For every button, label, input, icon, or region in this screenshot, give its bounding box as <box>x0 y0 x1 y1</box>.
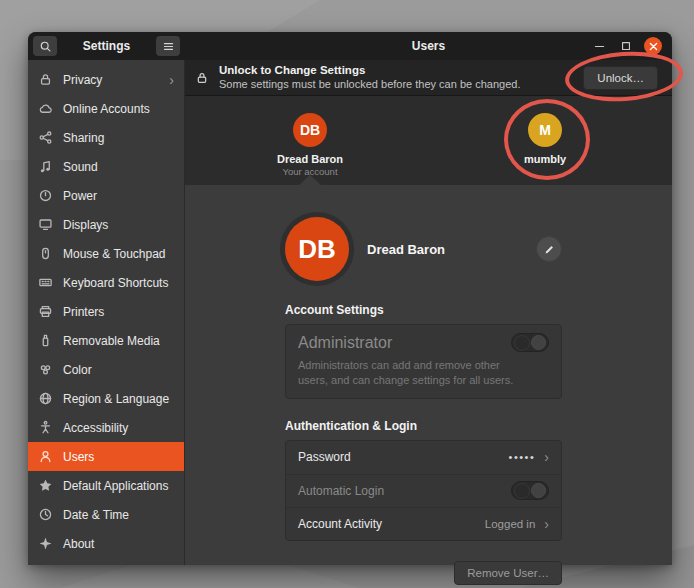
avatar: DB <box>293 113 327 147</box>
avatar: M <box>528 113 562 147</box>
maximize-icon <box>621 41 631 51</box>
sidebar-item-power[interactable]: Power <box>28 181 184 210</box>
sidebar-item-label: Mouse & Touchpad <box>63 247 166 261</box>
power-icon <box>38 188 53 203</box>
sidebar-item-default-applications[interactable]: Default Applications <box>28 471 184 500</box>
remove-user-button[interactable]: Remove User… <box>454 561 562 585</box>
sidebar-item-printers[interactable]: Printers <box>28 297 184 326</box>
star-icon <box>38 478 53 493</box>
minimize-button[interactable] <box>590 37 608 55</box>
sidebar-item-accessibility[interactable]: Accessibility <box>28 413 184 442</box>
sidebar-item-label: Power <box>63 189 97 203</box>
sidebar-item-online-accounts[interactable]: Online Accounts <box>28 94 184 123</box>
row-automatic-login: Automatic Login <box>286 474 561 507</box>
authentication-card: Password•••••›Automatic LoginAccount Act… <box>285 440 562 541</box>
sidebar-item-label: Color <box>63 363 92 377</box>
titlebar: Settings Users <box>28 32 672 60</box>
sidebar-item-privacy[interactable]: Privacy› <box>28 65 184 94</box>
sidebar-item-label: Users <box>63 450 94 464</box>
cloud-icon <box>38 101 53 116</box>
sidebar-item-about[interactable]: About <box>28 529 184 558</box>
titlebar-left: Settings <box>28 32 185 60</box>
sidebar-item-label: Sound <box>63 160 98 174</box>
printer-icon <box>38 304 53 319</box>
search-button[interactable] <box>33 36 57 56</box>
user-tile-mumbly[interactable]: Mmumbly <box>490 113 600 165</box>
user-carousel: DBDread BaronYour accountMmumbly <box>185 96 672 185</box>
minimize-icon <box>594 41 605 52</box>
profile-name: Dread Baron <box>367 242 445 257</box>
edit-name-button[interactable] <box>536 236 562 262</box>
pencil-icon <box>543 243 556 256</box>
sidebar-item-sharing[interactable]: Sharing <box>28 123 184 152</box>
sidebar-item-label: Online Accounts <box>63 102 150 116</box>
titlebar-right: Users <box>185 32 672 60</box>
mouse-icon <box>38 246 53 261</box>
lock-icon <box>195 71 209 85</box>
sidebar-item-label: Default Applications <box>63 479 168 493</box>
administrator-toggle[interactable] <box>511 333 549 352</box>
keyboard-icon <box>38 275 53 290</box>
sidebar-item-users[interactable]: Users <box>28 442 184 471</box>
globe-icon <box>38 391 53 406</box>
unlock-button[interactable]: Unlock… <box>583 66 658 90</box>
search-icon <box>39 40 52 53</box>
close-icon <box>649 42 658 51</box>
color-palette-icon <box>38 362 53 377</box>
share-icon <box>38 130 53 145</box>
sidebar-item-color[interactable]: Color <box>28 355 184 384</box>
sidebar-item-label: Displays <box>63 218 108 232</box>
section-heading-authentication-login: Authentication & Login <box>285 419 562 433</box>
window-controls <box>590 32 662 60</box>
maximize-button[interactable] <box>617 37 635 55</box>
account-settings-card: Administrator Administrators can add and… <box>285 324 562 399</box>
sidebar-item-displays[interactable]: Displays <box>28 210 184 239</box>
about-sparkle-icon <box>38 536 53 551</box>
user-panel: DB Dread Baron Account Settings Administ… <box>185 185 672 565</box>
display-icon <box>38 217 53 232</box>
sidebar-item-label: Keyboard Shortcuts <box>63 276 168 290</box>
panel-footer: Remove User… <box>285 561 562 588</box>
usb-drive-icon <box>38 333 53 348</box>
avatar[interactable]: DB <box>285 217 349 281</box>
content-pane: Unlock to Change Settings Some settings … <box>185 60 672 565</box>
sidebar-item-date-time[interactable]: Date & Time <box>28 500 184 529</box>
row-password[interactable]: Password•••••› <box>286 441 561 474</box>
unlock-banner-subtitle: Some settings must be unlocked before th… <box>219 78 520 92</box>
sidebar-item-label: Date & Time <box>63 508 129 522</box>
accessibility-icon <box>38 420 53 435</box>
menu-button[interactable] <box>156 36 180 56</box>
row-value: Logged in <box>485 518 536 530</box>
section-heading-account-settings: Account Settings <box>285 303 562 317</box>
music-note-icon <box>38 159 53 174</box>
administrator-label: Administrator <box>298 334 392 352</box>
sidebar-item-region-language[interactable]: Region & Language <box>28 384 184 413</box>
automatic-login-toggle[interactable] <box>511 481 549 500</box>
sidebar-item-label: Printers <box>63 305 104 319</box>
row-label: Account Activity <box>298 517 382 531</box>
settings-window: Settings Users Privacy›Online Account <box>28 32 672 565</box>
unlock-banner: Unlock to Change Settings Some settings … <box>185 60 672 96</box>
user-caption: Your account <box>255 166 365 177</box>
row-label: Password <box>298 450 351 464</box>
user-tile-dread-baron[interactable]: DBDread BaronYour account <box>255 113 365 177</box>
sidebar-item-label: Privacy <box>63 73 102 87</box>
row-account-activity[interactable]: Account ActivityLogged in› <box>286 507 561 540</box>
sidebar-item-sound[interactable]: Sound <box>28 152 184 181</box>
user-name: mumbly <box>490 153 600 165</box>
chevron-right-icon: › <box>544 450 549 464</box>
sidebar-item-label: Accessibility <box>63 421 128 435</box>
unlock-banner-title: Unlock to Change Settings <box>219 63 520 77</box>
sidebar-item-label: About <box>63 537 94 551</box>
profile-header: DB Dread Baron <box>285 217 562 281</box>
sidebar-item-removable-media[interactable]: Removable Media <box>28 326 184 355</box>
sidebar-item-mouse-touchpad[interactable]: Mouse & Touchpad <box>28 239 184 268</box>
clock-icon <box>38 507 53 522</box>
close-button[interactable] <box>644 37 662 55</box>
sidebar-item-label: Sharing <box>63 131 104 145</box>
user-name: Dread Baron <box>255 153 365 165</box>
chevron-right-icon: › <box>169 73 174 87</box>
sidebar-item-keyboard-shortcuts[interactable]: Keyboard Shortcuts <box>28 268 184 297</box>
user-icon <box>38 449 53 464</box>
row-value: ••••• <box>509 451 536 463</box>
